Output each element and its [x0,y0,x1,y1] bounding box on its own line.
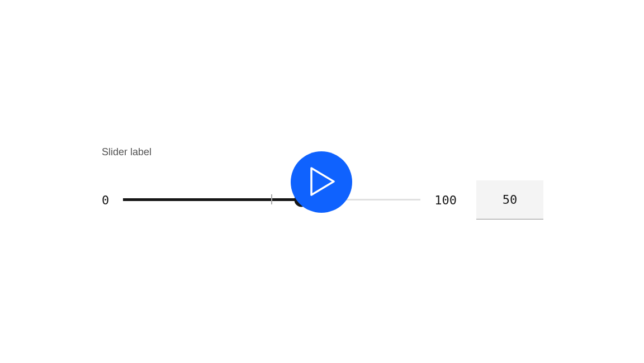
play-button[interactable] [291,151,352,213]
play-icon [307,167,336,198]
slider-min-value: 0 [102,193,109,207]
slider-value-input[interactable] [476,180,543,219]
slider-tick-mark [271,194,272,204]
slider-track-filled [123,198,301,201]
slider-max-value: 100 [434,193,457,207]
slider-track[interactable] [123,199,420,201]
